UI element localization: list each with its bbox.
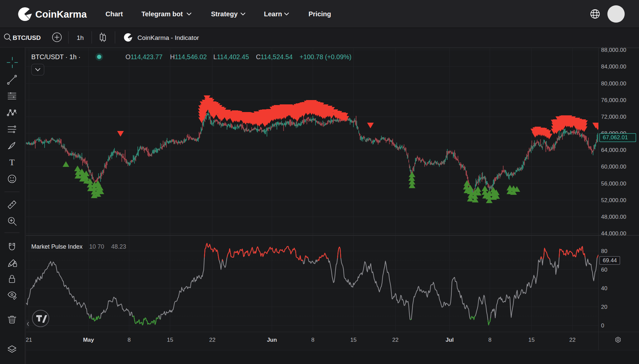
svg-text:Telegram bot: Telegram bot: [141, 10, 183, 18]
svg-text:64,000.00: 64,000.00: [601, 147, 626, 153]
svg-text:Strategy: Strategy: [211, 10, 238, 18]
svg-text:80: 80: [601, 248, 607, 254]
svg-text:56,000.00: 56,000.00: [601, 181, 626, 187]
svg-text:T: T: [9, 158, 15, 167]
svg-text:Market Pulse Index: Market Pulse Index: [31, 243, 83, 250]
svg-text:0: 0: [601, 322, 604, 329]
svg-text:22: 22: [392, 337, 399, 343]
svg-text:Chart: Chart: [106, 10, 123, 18]
svg-text:8: 8: [127, 337, 130, 343]
svg-text:1h: 1h: [77, 34, 84, 41]
svg-text:BTC/USD: BTC/USD: [13, 34, 41, 41]
svg-text:10 70: 10 70: [89, 243, 104, 250]
svg-text:44,000.00: 44,000.00: [601, 230, 626, 237]
svg-text:O114,423.77: O114,423.77: [125, 53, 162, 61]
svg-text:72,000.00: 72,000.00: [601, 114, 626, 120]
svg-text:8: 8: [488, 337, 491, 343]
svg-text:84,000.00: 84,000.00: [601, 63, 626, 70]
svg-text:48.23: 48.23: [111, 243, 126, 250]
svg-text:88,000.00: 88,000.00: [601, 47, 626, 53]
svg-text:67,062.01: 67,062.01: [603, 134, 628, 141]
svg-text:60: 60: [601, 267, 607, 273]
svg-text:BTC/USDT · 1h ·: BTC/USDT · 1h ·: [31, 53, 81, 61]
svg-text:C114,524.54: C114,524.54: [256, 53, 293, 61]
svg-text:60,000.00: 60,000.00: [601, 164, 626, 170]
svg-text:15: 15: [529, 337, 535, 343]
svg-text:Jul: Jul: [446, 337, 454, 343]
svg-text:Learn: Learn: [264, 10, 282, 18]
svg-text:15: 15: [167, 337, 173, 343]
svg-text:20: 20: [601, 304, 607, 310]
svg-text:Jun: Jun: [267, 337, 277, 343]
svg-text:48,000.00: 48,000.00: [601, 214, 626, 220]
svg-text:21: 21: [26, 337, 32, 343]
svg-text:52,000.00: 52,000.00: [601, 197, 626, 203]
svg-text:+100.78 (+0.09%): +100.78 (+0.09%): [300, 53, 351, 61]
svg-text:CoinKarma: CoinKarma: [35, 9, 87, 20]
svg-text:H114,546.02: H114,546.02: [170, 53, 207, 61]
svg-text:76,000.00: 76,000.00: [601, 97, 626, 103]
svg-text:80,000.00: 80,000.00: [601, 80, 626, 87]
svg-text:22: 22: [209, 337, 216, 343]
svg-text:15: 15: [350, 337, 357, 343]
svg-text:May: May: [83, 337, 94, 343]
svg-text:Pricing: Pricing: [309, 10, 331, 18]
svg-text:8: 8: [311, 337, 314, 343]
svg-text:22: 22: [569, 337, 576, 343]
svg-text:CoinKarma - Indicator: CoinKarma - Indicator: [137, 34, 199, 41]
svg-text:69.44: 69.44: [603, 257, 617, 264]
svg-text:40: 40: [601, 285, 607, 292]
svg-text:L114,402.45: L114,402.45: [213, 53, 249, 61]
